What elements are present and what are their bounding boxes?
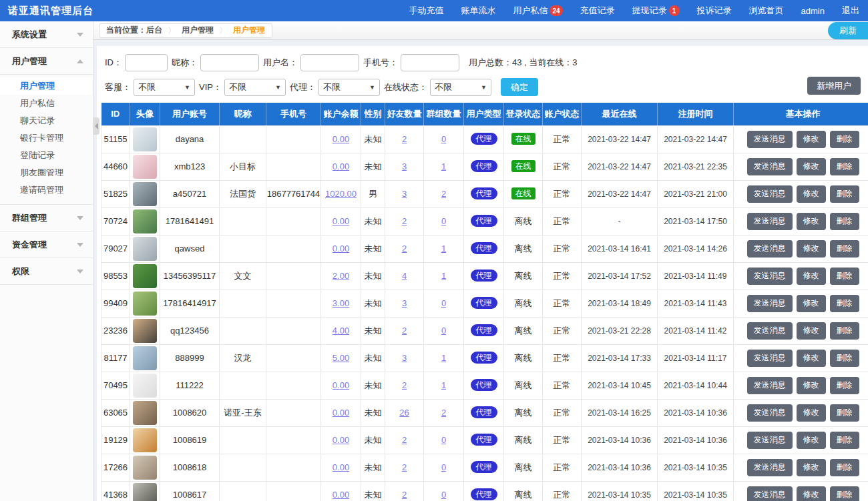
groups-link[interactable]: 0 — [441, 462, 446, 472]
breadcrumb-item-0[interactable]: 后台 — [146, 25, 162, 36]
friends-link[interactable]: 2 — [402, 134, 407, 144]
balance-link[interactable]: 4.00 — [333, 326, 349, 336]
send-message-button[interactable]: 发送消息 — [747, 486, 793, 501]
delete-button[interactable]: 删除 — [830, 459, 859, 476]
balance-link[interactable]: 0.00 — [333, 435, 349, 445]
edit-button[interactable]: 修改 — [797, 131, 826, 148]
nav-item-3[interactable]: 充值记录 — [580, 5, 615, 17]
delete-button[interactable]: 删除 — [830, 158, 859, 175]
send-message-button[interactable]: 发送消息 — [747, 322, 793, 340]
edit-button[interactable]: 修改 — [797, 240, 826, 258]
send-message-button[interactable]: 发送消息 — [747, 131, 793, 148]
groups-link[interactable]: 1 — [441, 243, 446, 254]
edit-button[interactable]: 修改 — [797, 295, 826, 312]
balance-link[interactable]: 5.00 — [333, 353, 349, 363]
sidebar-collapse-handle[interactable] — [93, 117, 99, 135]
friends-link[interactable]: 3 — [402, 353, 407, 363]
refresh-button[interactable]: 刷新 — [828, 22, 868, 39]
groups-link[interactable]: 2 — [441, 408, 446, 418]
friends-link[interactable]: 2 — [402, 243, 407, 254]
edit-button[interactable]: 修改 — [797, 486, 826, 501]
balance-link[interactable]: 2.00 — [333, 271, 349, 281]
sidebar-item-4[interactable]: 登陆记录 — [0, 147, 93, 164]
delete-button[interactable]: 删除 — [830, 432, 859, 449]
filter-input-2[interactable] — [300, 54, 359, 71]
groups-link[interactable]: 1 — [441, 271, 446, 281]
filter-input-1[interactable] — [200, 54, 259, 71]
friends-link[interactable]: 2 — [402, 435, 407, 445]
friends-link[interactable]: 3 — [402, 298, 407, 308]
friends-link[interactable]: 3 — [402, 161, 407, 171]
friends-link[interactable]: 2 — [402, 462, 407, 472]
send-message-button[interactable]: 发送消息 — [747, 350, 793, 367]
nav-item-5[interactable]: 投诉记录 — [697, 5, 732, 17]
balance-link[interactable]: 0.00 — [333, 380, 349, 390]
friends-link[interactable]: 2 — [402, 490, 407, 500]
balance-link[interactable]: 0.00 — [333, 408, 349, 418]
balance-link[interactable]: 0.00 — [333, 243, 349, 254]
edit-button[interactable]: 修改 — [797, 377, 826, 394]
delete-button[interactable]: 删除 — [830, 377, 859, 394]
send-message-button[interactable]: 发送消息 — [747, 404, 793, 422]
sidebar-section-2[interactable]: 群组管理 — [0, 205, 93, 231]
nav-item-6[interactable]: 浏览首页 — [749, 5, 784, 17]
friends-link[interactable]: 26 — [399, 408, 409, 418]
delete-button[interactable]: 删除 — [830, 185, 859, 203]
edit-button[interactable]: 修改 — [797, 268, 826, 285]
balance-link[interactable]: 0.00 — [333, 462, 349, 472]
edit-button[interactable]: 修改 — [797, 432, 826, 449]
delete-button[interactable]: 删除 — [830, 131, 859, 148]
friends-link[interactable]: 4 — [402, 271, 407, 281]
sidebar-section-4[interactable]: 权限 — [0, 258, 93, 285]
edit-button[interactable]: 修改 — [797, 350, 826, 367]
balance-link[interactable]: 0.00 — [333, 490, 349, 500]
groups-link[interactable]: 1 — [441, 161, 446, 171]
confirm-button[interactable]: 确定 — [501, 78, 538, 96]
edit-button[interactable]: 修改 — [797, 213, 826, 230]
groups-link[interactable]: 0 — [441, 435, 446, 445]
friends-link[interactable]: 2 — [402, 216, 407, 226]
sidebar-item-3[interactable]: 银行卡管理 — [0, 129, 93, 147]
friends-link[interactable]: 3 — [402, 189, 407, 199]
filter-select-0[interactable]: 不限▼ — [134, 79, 195, 96]
filter-input-0[interactable] — [125, 54, 168, 71]
sidebar-item-5[interactable]: 朋友圈管理 — [0, 164, 93, 181]
balance-link[interactable]: 0.00 — [333, 216, 349, 226]
nav-item-4[interactable]: 提现记录1 — [632, 5, 680, 17]
nav-item-1[interactable]: 账单流水 — [461, 5, 495, 17]
balance-link[interactable]: 0.00 — [333, 134, 349, 144]
delete-button[interactable]: 删除 — [830, 213, 859, 230]
sidebar-section-0[interactable]: 系统设置 — [0, 21, 93, 48]
send-message-button[interactable]: 发送消息 — [747, 377, 793, 394]
delete-button[interactable]: 删除 — [830, 404, 859, 422]
filter-select-2[interactable]: 不限▼ — [318, 79, 380, 96]
sidebar-item-0[interactable]: 用户管理 — [0, 77, 93, 95]
send-message-button[interactable]: 发送消息 — [747, 240, 793, 258]
edit-button[interactable]: 修改 — [797, 404, 826, 422]
breadcrumb-item-2[interactable]: 用户管理 — [233, 25, 265, 36]
sidebar-section-3[interactable]: 资金管理 — [0, 231, 93, 258]
balance-link[interactable]: 1020.00 — [325, 189, 357, 199]
balance-link[interactable]: 3.00 — [333, 298, 349, 308]
groups-link[interactable]: 0 — [441, 298, 446, 308]
send-message-button[interactable]: 发送消息 — [747, 213, 793, 230]
groups-link[interactable]: 1 — [441, 353, 446, 363]
filter-input-3[interactable] — [401, 54, 459, 71]
friends-link[interactable]: 2 — [402, 326, 407, 336]
delete-button[interactable]: 删除 — [830, 240, 859, 258]
groups-link[interactable]: 0 — [441, 216, 446, 226]
sidebar-item-1[interactable]: 用户私信 — [0, 95, 93, 112]
delete-button[interactable]: 删除 — [830, 268, 859, 285]
groups-link[interactable]: 1 — [441, 380, 446, 390]
send-message-button[interactable]: 发送消息 — [747, 295, 793, 312]
filter-select-3[interactable]: 不限▼ — [430, 79, 491, 96]
nav-item-7[interactable]: admin — [801, 6, 825, 16]
nav-item-8[interactable]: 退出 — [842, 5, 859, 17]
friends-link[interactable]: 2 — [402, 380, 407, 390]
breadcrumb-item-1[interactable]: 用户管理 — [182, 25, 214, 36]
nav-item-0[interactable]: 手动充值 — [409, 5, 443, 17]
send-message-button[interactable]: 发送消息 — [747, 459, 793, 476]
delete-button[interactable]: 删除 — [830, 295, 859, 312]
edit-button[interactable]: 修改 — [797, 185, 826, 203]
sidebar-item-6[interactable]: 邀请码管理 — [0, 181, 93, 199]
